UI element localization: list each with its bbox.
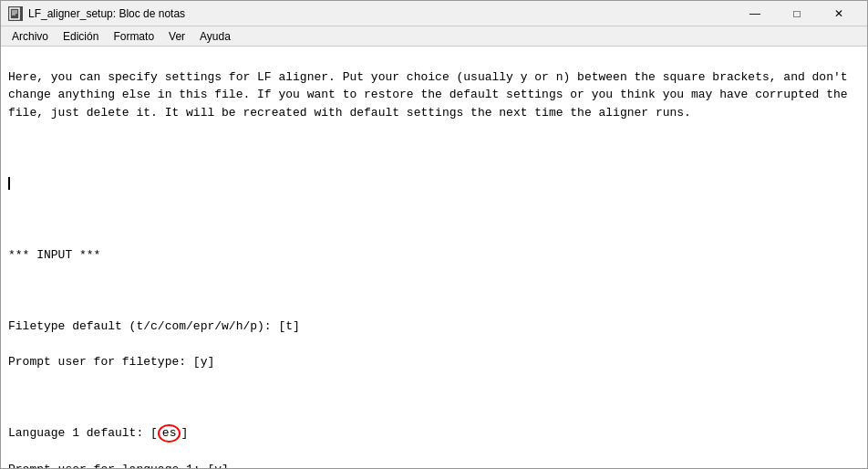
window-title: LF_aligner_setup: Bloc de notas <box>28 7 185 20</box>
blank2 <box>8 211 860 229</box>
blank1 <box>8 140 860 158</box>
menu-ver[interactable]: Ver <box>161 28 192 45</box>
minimize-button[interactable]: — <box>734 1 776 26</box>
cursor-line-text <box>8 175 860 193</box>
app-icon <box>8 6 23 21</box>
blank3 <box>8 282 860 300</box>
maximize-button[interactable]: □ <box>776 1 818 26</box>
intro-line: Here, you can specify settings for LF al… <box>8 68 860 122</box>
section-input: *** INPUT *** <box>8 246 860 265</box>
menu-archivo[interactable]: Archivo <box>5 28 56 45</box>
notepad-window: LF_aligner_setup: Bloc de notas — □ ✕ Ar… <box>0 0 868 469</box>
menu-bar: Archivo Edición Formato Ver Ayuda <box>1 26 867 47</box>
blank4 <box>8 389 860 407</box>
menu-formato[interactable]: Formato <box>106 28 161 45</box>
lang1-value: es <box>158 424 181 443</box>
text-content[interactable]: Here, you can specify settings for LF al… <box>1 47 867 468</box>
filetype-default-line: Filetype default (t/c/com/epr/w/h/p): [t… <box>8 318 860 336</box>
prompt-lang1-line: Prompt user for language 1: [y] <box>8 461 860 468</box>
title-bar: LF_aligner_setup: Bloc de notas — □ ✕ <box>1 1 867 26</box>
lang1-pre: Language 1 default: [es] <box>8 426 188 440</box>
window-controls: — □ ✕ <box>734 1 860 26</box>
menu-edicion[interactable]: Edición <box>56 28 106 45</box>
svg-rect-0 <box>10 8 19 19</box>
menu-ayuda[interactable]: Ayuda <box>192 28 238 45</box>
close-button[interactable]: ✕ <box>818 1 860 26</box>
prompt-filetype-line: Prompt user for filetype: [y] <box>8 353 860 371</box>
cursor <box>8 177 10 190</box>
lang1-line: Language 1 default: [es] <box>8 424 860 443</box>
title-bar-left: LF_aligner_setup: Bloc de notas <box>8 6 185 21</box>
